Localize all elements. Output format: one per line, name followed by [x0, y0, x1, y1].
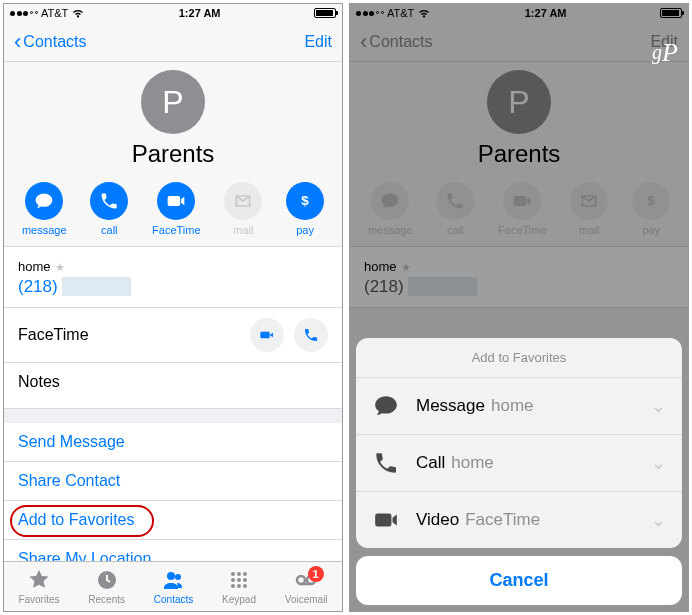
phone-icon	[372, 449, 400, 477]
notes-label: Notes	[18, 373, 60, 390]
nav-bar: ‹ Contacts Edit	[4, 22, 342, 62]
sheet-header: Add to Favorites	[356, 338, 682, 378]
chevron-left-icon: ‹	[14, 31, 21, 53]
svg-point-2	[167, 572, 175, 580]
message-button[interactable]: message	[22, 182, 67, 236]
avatar[interactable]: P	[141, 70, 205, 134]
wifi-icon	[71, 8, 85, 18]
svg-point-11	[237, 584, 241, 588]
video-icon	[372, 506, 400, 534]
facetime-video-button[interactable]	[250, 318, 284, 352]
sheet-option-call[interactable]: Call home ⌄	[356, 435, 682, 492]
mail-button: mail	[224, 182, 262, 236]
svg-point-4	[231, 572, 235, 576]
signal-icon	[10, 11, 38, 16]
sheet-option-message[interactable]: Message home ⌄	[356, 378, 682, 435]
svg-point-5	[237, 572, 241, 576]
cancel-button[interactable]: Cancel	[356, 556, 682, 605]
svg-point-8	[237, 578, 241, 582]
phone-icon	[90, 182, 128, 220]
tab-keypad[interactable]: Keypad	[222, 568, 256, 605]
quick-actions-row: message call FaceTime mail $ pay	[4, 174, 342, 247]
sheet-options-group: Add to Favorites Message home ⌄ Call hom…	[356, 338, 682, 548]
sheet-option-video[interactable]: Video FaceTime ⌄	[356, 492, 682, 548]
facetime-button[interactable]: FaceTime	[152, 182, 201, 236]
tab-recents[interactable]: Recents	[88, 568, 125, 605]
svg-point-10	[231, 584, 235, 588]
left-phone: AT&T 1:27 AM ‹ Contacts Edit P Parents m…	[3, 3, 343, 612]
mail-icon	[224, 182, 262, 220]
phone-number-prefix: (218)	[18, 277, 58, 296]
share-contact-link[interactable]: Share Contact	[4, 462, 342, 501]
star-icon	[27, 568, 51, 592]
status-bar: AT&T 1:27 AM	[4, 4, 342, 22]
svg-point-6	[243, 572, 247, 576]
svg-text:$: $	[301, 193, 309, 208]
svg-point-9	[243, 578, 247, 582]
contacts-icon	[162, 568, 186, 592]
clock-icon	[95, 568, 119, 592]
back-button[interactable]: ‹ Contacts	[14, 31, 86, 53]
tab-favorites[interactable]: Favorites	[18, 568, 59, 605]
svg-point-3	[175, 574, 181, 580]
clock-label: 1:27 AM	[179, 7, 221, 19]
message-icon	[372, 392, 400, 420]
chevron-down-icon: ⌄	[651, 452, 666, 474]
contact-name: Parents	[132, 140, 215, 168]
action-sheet: Add to Favorites Message home ⌄ Call hom…	[356, 338, 682, 605]
send-message-link[interactable]: Send Message	[4, 423, 342, 462]
facetime-label: FaceTime	[18, 326, 89, 344]
tab-bar: Favorites Recents Contacts Keypad 1 Voic…	[4, 561, 342, 611]
svg-point-7	[231, 578, 235, 582]
keypad-icon	[227, 568, 251, 592]
voicemail-badge: 1	[308, 566, 324, 582]
chevron-down-icon: ⌄	[651, 509, 666, 531]
contact-details: home ★ (218) 000 FaceTime Notes Send Mes…	[4, 247, 342, 561]
svg-point-12	[243, 584, 247, 588]
facetime-audio-button[interactable]	[294, 318, 328, 352]
add-to-favorites-link[interactable]: Add to Favorites	[4, 501, 342, 540]
edit-button[interactable]: Edit	[304, 33, 332, 51]
star-icon: ★	[55, 261, 65, 273]
dollar-icon: $	[286, 182, 324, 220]
right-phone: AT&T 1:27 AM ‹ Contacts Edit P Parents m…	[349, 3, 689, 612]
facetime-row: FaceTime	[4, 308, 342, 363]
contact-header: P Parents	[4, 62, 342, 174]
message-icon	[25, 182, 63, 220]
battery-icon	[314, 8, 336, 18]
back-label: Contacts	[23, 33, 86, 51]
notes-row[interactable]: Notes	[4, 363, 342, 409]
carrier-label: AT&T	[41, 7, 68, 19]
watermark: gP	[652, 38, 678, 68]
redacted-number: 000	[62, 277, 130, 296]
tab-contacts[interactable]: Contacts	[154, 568, 193, 605]
call-button[interactable]: call	[90, 182, 128, 236]
pay-button[interactable]: $ pay	[286, 182, 324, 236]
tab-voicemail[interactable]: 1 Voicemail	[285, 568, 328, 605]
video-icon	[157, 182, 195, 220]
chevron-down-icon: ⌄	[651, 395, 666, 417]
share-location-link[interactable]: Share My Location	[4, 540, 342, 561]
phone-home-row[interactable]: home ★ (218) 000	[4, 247, 342, 308]
